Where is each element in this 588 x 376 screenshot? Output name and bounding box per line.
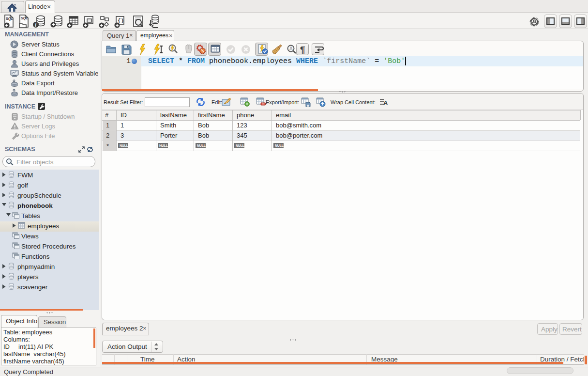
svg-text:Bob: Bob — [198, 132, 209, 139]
svg-text:Tables: Tables — [21, 212, 40, 219]
svg-text:NULL: NULL — [275, 144, 284, 147]
svg-text:NULL: NULL — [236, 144, 245, 147]
svg-text:3: 3 — [121, 132, 124, 139]
svg-text:email: email — [276, 111, 291, 119]
svg-text:¶: ¶ — [300, 45, 305, 55]
svg-text:Functions: Functions — [21, 253, 50, 260]
svg-text:phonebook: phonebook — [17, 202, 53, 209]
svg-text:345: 345 — [237, 132, 247, 139]
svg-text:2: 2 — [106, 132, 109, 139]
svg-text:firstName: firstName — [198, 111, 225, 119]
svg-text:bob@smith.com: bob@smith.com — [276, 122, 321, 129]
svg-text:ID: ID — [121, 111, 127, 119]
svg-text:scavenger: scavenger — [17, 283, 48, 291]
svg-text:NULL: NULL — [197, 144, 206, 147]
svg-text:Stored Procedures: Stored Procedures — [21, 243, 76, 250]
svg-text:NULL: NULL — [159, 144, 168, 147]
svg-text:123: 123 — [237, 122, 247, 129]
svg-text:bob@porter.com: bob@porter.com — [276, 132, 322, 139]
svg-text:1: 1 — [106, 122, 109, 129]
svg-text:Porter: Porter — [160, 132, 178, 139]
svg-text:phpmyadmin: phpmyadmin — [17, 263, 55, 270]
svg-text:i: i — [35, 22, 36, 28]
svg-text:SQL: SQL — [21, 16, 28, 20]
svg-text:phone: phone — [237, 111, 254, 119]
svg-text:Smith: Smith — [160, 122, 176, 129]
svg-text:{): {) — [118, 18, 124, 24]
svg-text:A: A — [289, 46, 293, 51]
svg-text:lastName: lastName — [160, 111, 187, 119]
svg-text:Bob: Bob — [198, 122, 209, 129]
svg-text:#: # — [105, 111, 109, 119]
svg-text:SQL: SQL — [6, 17, 13, 21]
svg-text:employees: employees — [28, 222, 60, 230]
svg-text:NULL: NULL — [120, 144, 129, 147]
svg-text:players: players — [17, 273, 39, 281]
svg-text:groupSchedule: groupSchedule — [17, 192, 61, 199]
svg-text:1: 1 — [121, 122, 124, 129]
svg-text:Views: Views — [21, 233, 39, 240]
svg-text:golf: golf — [17, 182, 28, 189]
svg-text:FWM: FWM — [17, 172, 33, 179]
svg-text:*: * — [106, 142, 109, 150]
